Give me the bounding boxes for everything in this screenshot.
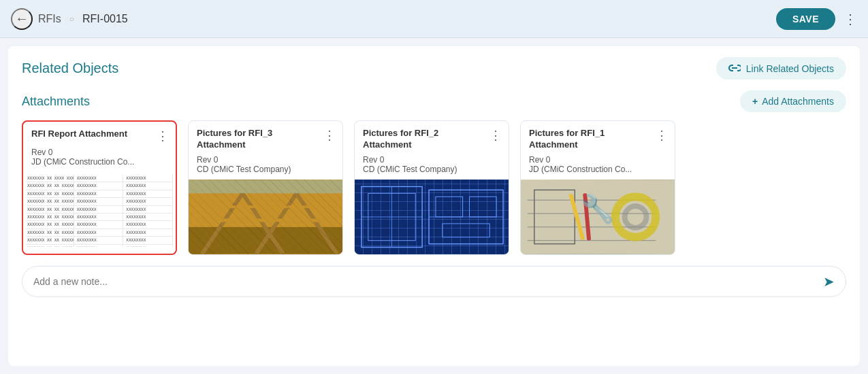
attachments-cards-row: RFI Report Attachment⋮Rev 0JD (CMiC Cons… bbox=[22, 120, 846, 255]
more-menu-button[interactable]: ⋮ bbox=[843, 11, 857, 27]
plus-icon: + bbox=[752, 96, 758, 107]
svg-rect-19 bbox=[521, 180, 675, 254]
card-construction-image bbox=[189, 180, 342, 254]
card-rev: Rev 0 bbox=[31, 148, 167, 157]
card-header: Pictures for RFI_2 Attachment⋮ bbox=[355, 121, 509, 155]
svg-rect-0 bbox=[189, 180, 342, 254]
svg-line-5 bbox=[297, 193, 337, 254]
attachment-card[interactable]: Pictures for RFI_1 Attachment⋮Rev 0JD (C… bbox=[520, 120, 675, 255]
card-more-button[interactable]: ⋮ bbox=[323, 128, 336, 143]
link-icon bbox=[728, 63, 741, 74]
attachment-card[interactable]: RFI Report Attachment⋮Rev 0JD (CMiC Cons… bbox=[22, 120, 177, 255]
card-title: RFI Report Attachment bbox=[31, 129, 154, 140]
save-button[interactable]: SAVE bbox=[776, 8, 835, 30]
card-rev: Rev 0 bbox=[363, 155, 500, 165]
card-company: JD (CMiC Construction Co... bbox=[31, 157, 167, 167]
attachments-title: Attachments bbox=[22, 95, 90, 109]
card-header: Pictures for RFI_1 Attachment⋮ bbox=[521, 121, 675, 155]
svg-rect-17 bbox=[443, 224, 489, 237]
card-header: Pictures for RFI_3 Attachment⋮ bbox=[189, 121, 342, 155]
card-spreadsheet-preview: XXXXXXX XX XXXX XXXXXX XXXXXXXXXXXXXXXXX… bbox=[23, 172, 176, 247]
svg-rect-15 bbox=[436, 197, 463, 217]
link-related-objects-label: Link Related Objects bbox=[746, 63, 834, 74]
card-title: Pictures for RFI_2 Attachment bbox=[363, 128, 487, 151]
card-company: CD (CMiC Test Company) bbox=[197, 165, 334, 174]
back-icon: ← bbox=[15, 11, 29, 27]
card-rev: Rev 0 bbox=[197, 155, 334, 165]
svg-rect-11 bbox=[368, 193, 415, 240]
card-rev: Rev 0 bbox=[529, 155, 666, 165]
attachment-card[interactable]: Pictures for RFI_3 Attachment⋮Rev 0CD (C… bbox=[188, 120, 343, 255]
svg-line-3 bbox=[242, 193, 283, 254]
card-meta: Rev 0JD (CMiC Construction Co... bbox=[521, 155, 675, 180]
note-input-container: ➤ bbox=[22, 266, 846, 297]
card-tools-image bbox=[521, 180, 675, 254]
svg-rect-1 bbox=[189, 227, 342, 254]
card-title: Pictures for RFI_1 Attachment bbox=[529, 128, 653, 151]
card-more-button[interactable]: ⋮ bbox=[157, 129, 169, 143]
svg-rect-14 bbox=[429, 190, 503, 243]
svg-rect-16 bbox=[470, 197, 497, 217]
card-title: Pictures for RFI_3 Attachment bbox=[197, 128, 321, 151]
add-attachments-label: Add Attachments bbox=[762, 96, 834, 107]
card-meta: Rev 0CD (CMiC Test Company) bbox=[355, 155, 509, 180]
send-note-button[interactable]: ➤ bbox=[823, 273, 835, 290]
card-header: RFI Report Attachment⋮ bbox=[23, 122, 176, 148]
card-meta: Rev 0CD (CMiC Test Company) bbox=[189, 155, 342, 180]
card-company: CD (CMiC Test Company) bbox=[363, 165, 500, 174]
card-company: JD (CMiC Construction Co... bbox=[529, 165, 666, 174]
breadcrumb-parent[interactable]: RFIs bbox=[38, 13, 61, 25]
back-button[interactable]: ← bbox=[11, 8, 33, 30]
card-more-button[interactable]: ⋮ bbox=[489, 128, 502, 143]
svg-line-2 bbox=[202, 193, 242, 254]
main-content: Related Objects Link Related Objects Att… bbox=[8, 46, 860, 366]
card-more-button[interactable]: ⋮ bbox=[656, 128, 668, 143]
svg-rect-10 bbox=[361, 186, 422, 247]
header-right: SAVE ⋮ bbox=[776, 8, 857, 30]
attachment-card[interactable]: Pictures for RFI_2 Attachment⋮Rev 0CD (C… bbox=[354, 120, 509, 255]
breadcrumb-separator: ○ bbox=[69, 14, 74, 24]
link-related-objects-button[interactable]: Link Related Objects bbox=[716, 57, 846, 80]
header-left: ← RFIs ○ RFI-0015 bbox=[11, 8, 776, 30]
add-attachments-button[interactable]: + Add Attachments bbox=[740, 90, 846, 112]
note-input[interactable] bbox=[33, 276, 823, 287]
card-blueprint-image bbox=[355, 180, 509, 254]
svg-line-4 bbox=[256, 193, 296, 254]
related-objects-title: Related Objects bbox=[22, 61, 118, 76]
breadcrumb-current: RFI-0015 bbox=[82, 13, 128, 25]
related-objects-section: Related Objects Link Related Objects bbox=[22, 57, 846, 80]
svg-rect-9 bbox=[355, 180, 509, 254]
app-header: ← RFIs ○ RFI-0015 SAVE ⋮ bbox=[0, 0, 868, 38]
card-meta: Rev 0JD (CMiC Construction Co... bbox=[23, 148, 176, 172]
attachments-section-header: Attachments + Add Attachments bbox=[22, 90, 846, 112]
svg-rect-8 bbox=[189, 180, 342, 193]
